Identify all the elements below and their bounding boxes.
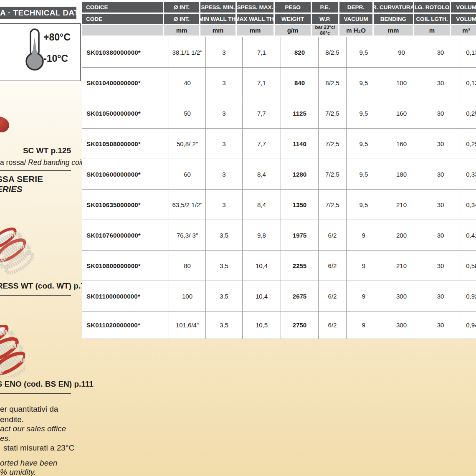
value-cell: 0,139 [459,68,476,98]
value-cell: 200 [381,220,422,251]
unit-cell: m [414,25,450,35]
unit-cell: mm [200,25,235,35]
value-cell: 9,5 [347,98,381,129]
technical-data-header-bar: A · TECHNICAL DATA [0,7,76,19]
note-line: act our sales office [0,424,66,433]
header-cell: VACUUM [339,14,372,24]
code-cell: SK010760000000* [82,220,169,251]
note-line: endite. [0,415,24,424]
unit-cell: mm [237,25,273,35]
unit-cell: mm [374,25,413,35]
value-cell: 6/2 [319,251,347,281]
value-cell: 63,5/2 1/2" [169,190,206,220]
value-cell: 8/2,5 [319,37,347,68]
thermometer-icon [23,28,46,71]
value-cell: 160 [381,129,422,159]
header-cell: VOLUM [451,14,476,24]
value-cell: 0,251 [459,98,476,129]
value-cell: 7,7 [243,98,281,129]
unit-cell [82,25,163,35]
note-line: er quantitativi da [0,405,58,414]
value-cell: 9,5 [347,190,381,220]
table-row: SK010400000000*4037,18408/2,59,5100300,1… [82,68,476,98]
value-cell: 9,5 [347,68,381,98]
value-cell: 300 [381,311,422,339]
value-cell: 820 [281,37,319,68]
table-row: SK010635000000*63,5/2 1/2"38,413507/2,59… [82,190,476,220]
value-cell: 30 [422,129,459,159]
unit-cell: bar 23°c/ 80°c [312,25,338,35]
value-cell: 7/2,5 [319,159,347,190]
header-cell: MAX WALL TH. [237,14,273,24]
value-cell: 0,414 [459,220,476,251]
value-cell: 101,6/4" [169,311,206,339]
code-cell: SK010600000000* [82,159,169,190]
value-cell: 3,5 [206,251,243,281]
header-cell: PESO [275,2,311,13]
value-cell: 6/2 [319,220,347,251]
value-cell: 30 [422,311,459,339]
divider-rule [0,295,71,296]
value-cell: 9 [347,251,381,281]
value-cell: 3 [206,190,243,220]
value-cell: 8,4 [243,190,281,220]
table-row: SK010508000000*50,8/ 2"37,711407/2,59,51… [82,129,476,159]
value-cell: 1350 [281,190,319,220]
header-cell: CODE [82,14,163,24]
note-line: orted have been [0,458,57,468]
header-cell: DEPR. [339,2,372,13]
header-cell: P.E. [312,2,338,13]
value-cell: 30 [422,190,459,220]
value-cell: 7,7 [243,129,281,159]
value-cell: 7,1 [243,37,281,68]
code-cell: SK010508000000* [82,129,169,159]
value-cell: 30 [422,251,459,281]
value-cell: 9 [347,281,381,311]
note-line: stati misurati a 23°C [3,443,74,453]
value-cell: 9,8 [243,220,281,251]
value-cell: 30 [422,98,459,129]
header-cell: Ø INT. [164,2,199,13]
value-cell: 9,5 [347,129,381,159]
value-cell: 100 [169,281,206,311]
value-cell: 3,5 [206,220,243,251]
catalog-ref-sc-wt: SC WT p.125 [0,146,71,155]
value-cell: 90 [381,37,422,68]
value-cell: 30 [422,68,459,98]
value-cell: 30 [422,159,459,190]
value-cell: 1140 [281,129,319,159]
value-cell: 3 [206,159,243,190]
unit-cell: g/m [275,25,311,35]
temp-max: +80°C [43,32,71,43]
table-row: SK010800000000*803,510,422556/29210300,5… [82,251,476,281]
code-cell: SK010500000000* [82,98,169,129]
code-cell: SK010800000000* [82,251,169,281]
code-cell: SK011000000000* [82,281,169,311]
header-cell: COIL LGTH. [414,14,450,24]
value-cell: 3 [206,37,243,68]
value-cell: 2675 [281,281,319,311]
value-cell: 30 [422,37,459,68]
value-cell: 0,134 [459,37,476,68]
value-cell: 1125 [281,98,319,129]
red-banding-coil-caption: a rossa/ Red banding coil [0,158,72,167]
divider-rule [0,393,71,394]
value-cell: 2255 [281,251,319,281]
series-title-line1: SSA SERIE [0,174,43,184]
value-cell: 7/2,5 [319,98,347,129]
hose-photo-bottom [0,325,25,377]
series-title-line2: ERIES [0,184,23,194]
value-cell: 50 [169,98,206,129]
value-cell: 9 [347,220,381,251]
header-cell: R. CURVATURA [374,2,413,13]
unit-cell: mm [164,25,199,35]
catalog-ref-press-wt: PRESS WT (cod. WT) p.72 [0,281,71,291]
value-cell: 76,3/ 3" [169,220,206,251]
hose-photo-middle [0,226,35,276]
divider-rule [0,170,71,171]
value-cell: 0,347 [459,190,476,220]
note-line: es. [0,434,10,443]
table-row: SK010380000000*38,1/1 1/2"37,18208/2,59,… [82,37,476,68]
table-row: SK011020000000*101,6/4"3,510,527506/2930… [82,311,476,339]
header-cell: CODICE [82,2,163,13]
